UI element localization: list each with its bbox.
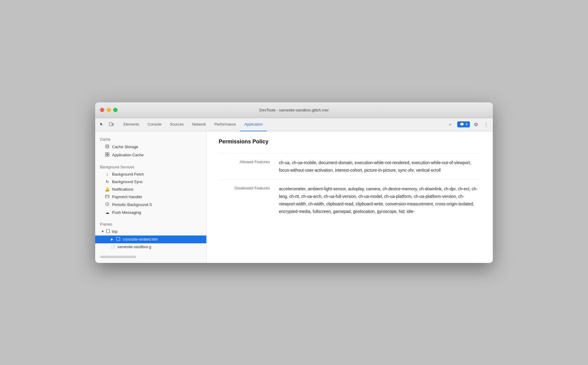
more-options-icon[interactable]: ⋮ — [482, 120, 490, 129]
tab-bar: Elements Console Sources Network Perform… — [95, 118, 493, 131]
frames-section-label: Frames — [95, 220, 206, 228]
svg-rect-0 — [109, 123, 112, 126]
crosssite-embed-label: crosssite-embed.htm — [123, 237, 158, 242]
sidebar-item-application-cache[interactable]: Application Cache — [95, 151, 206, 159]
svg-line-11 — [107, 204, 108, 205]
sidebar-item-periodic-bg[interactable]: Periodic Background S — [95, 201, 206, 209]
tab-performance[interactable]: Performance — [210, 118, 240, 131]
maximize-button[interactable] — [113, 108, 117, 112]
sidebar-item-bg-fetch[interactable]: ↕ Background Fetch — [95, 170, 206, 178]
tab-more[interactable]: » — [445, 122, 455, 127]
devtools-window: DevTools - samesite-sandbox.glitch.me/ E… — [95, 102, 493, 263]
background-section-label: Background Services — [95, 163, 206, 170]
svg-rect-4 — [108, 153, 109, 154]
allowed-features-row: Allowed Features ch-ua, ch-ua-mobile, do… — [219, 153, 481, 179]
close-button[interactable] — [100, 108, 104, 112]
sidebar-scrollbar[interactable] — [100, 256, 136, 258]
tab-network[interactable]: Network — [188, 118, 210, 131]
tab-bar-right: » 💬 4 ⚙ ⋮ — [445, 118, 490, 131]
title-bar: DevTools - samesite-sandbox.glitch.me/ — [95, 102, 493, 118]
svg-rect-7 — [105, 195, 109, 198]
content-panel: Permissions Policy Allowed Features ch-u… — [207, 131, 493, 263]
sidebar-item-bg-sync[interactable]: ↻ Background Sync — [95, 178, 206, 186]
sync-icon: ↻ — [105, 179, 110, 184]
chevron-right-icon: ▶ — [111, 238, 114, 241]
sidebar-item-payment-handler[interactable]: Payment Handler — [95, 193, 206, 201]
svg-rect-13 — [117, 237, 120, 241]
svg-rect-1 — [112, 123, 114, 126]
main-area: Cache Cache Storage — [95, 131, 493, 263]
sidebar-item-samesite-sandbox[interactable]: 📄 samesite-sandbox.g — [95, 243, 206, 251]
page-title: Permissions Policy — [219, 139, 481, 145]
bell-icon: 🔔 — [105, 187, 110, 192]
sidebar-item-cache-storage[interactable]: Cache Storage — [95, 143, 206, 151]
clock-icon — [105, 202, 110, 207]
sidebar-item-push-messaging[interactable]: ☁ Push Messaging — [95, 209, 206, 216]
tab-application[interactable]: Application — [240, 118, 267, 131]
cache-section-label: Cache — [95, 135, 206, 143]
tab-sources[interactable]: Sources — [166, 118, 188, 131]
frame-icon — [106, 229, 111, 234]
svg-rect-3 — [105, 153, 107, 154]
database-icon — [105, 144, 110, 149]
credit-card-icon — [105, 195, 110, 199]
toolbar-icons — [98, 118, 116, 131]
top-frame-label: top — [112, 229, 117, 234]
allowed-features-value: ch-ua, ch-ua-mobile, document-domain, ex… — [279, 159, 481, 174]
disallowed-features-label: Disallowed Features — [219, 185, 279, 190]
svg-rect-5 — [105, 155, 107, 156]
traffic-lights — [100, 108, 117, 112]
allowed-features-label: Allowed Features — [219, 159, 279, 164]
sidebar: Cache Cache Storage — [95, 131, 207, 263]
disallowed-features-value: accelerometer, ambient-light-sensor, aut… — [279, 185, 481, 216]
svg-rect-12 — [106, 229, 110, 233]
grid-icon — [105, 152, 110, 158]
inspect-icon[interactable] — [98, 120, 106, 129]
device-icon[interactable] — [107, 120, 116, 129]
svg-point-2 — [106, 145, 109, 146]
embed-frame-icon — [116, 237, 121, 242]
tab-elements[interactable]: Elements — [119, 118, 143, 131]
window-title: DevTools - samesite-sandbox.glitch.me/ — [259, 108, 329, 112]
settings-icon[interactable]: ⚙ — [472, 120, 480, 129]
sidebar-tree-top[interactable]: ▼ top — [95, 228, 206, 236]
disallowed-features-row: Disallowed Features accelerometer, ambie… — [219, 179, 481, 221]
minimize-button[interactable] — [107, 108, 111, 112]
messages-badge[interactable]: 💬 4 — [457, 121, 470, 127]
arrows-updown-icon: ↕ — [105, 172, 110, 176]
samesite-sandbox-label: samesite-sandbox.g — [117, 245, 151, 249]
sidebar-item-crosssite-embed[interactable]: ▶ crosssite-embed.htm — [95, 236, 206, 243]
tab-console[interactable]: Console — [143, 118, 166, 131]
chat-icon: 💬 — [460, 122, 464, 126]
cloud-icon: ☁ — [105, 210, 110, 215]
file-icon: 📄 — [111, 245, 116, 249]
svg-rect-6 — [108, 155, 109, 156]
sidebar-item-notifications[interactable]: 🔔 Notifications — [95, 186, 206, 193]
chevron-down-icon: ▼ — [101, 230, 105, 233]
